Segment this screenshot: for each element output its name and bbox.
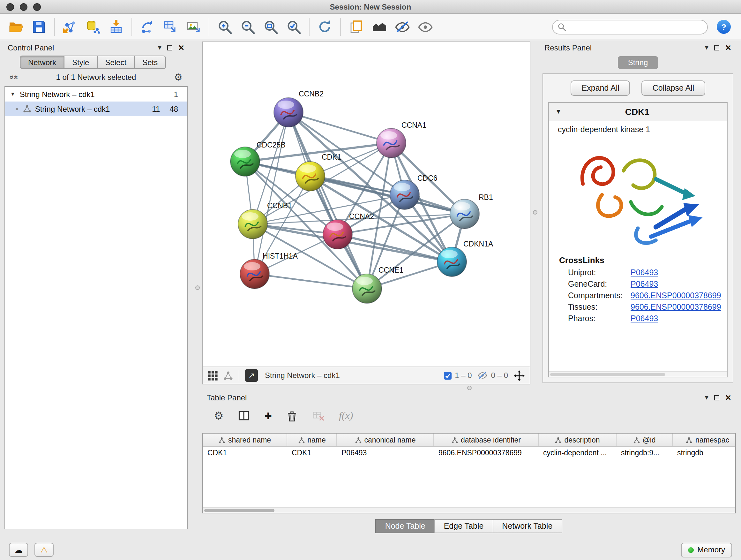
- tab-select[interactable]: Select: [97, 56, 135, 69]
- expander-icon[interactable]: ▼: [555, 109, 562, 115]
- column-header-name[interactable]: name: [287, 434, 337, 446]
- tab-network[interactable]: Network: [20, 56, 64, 69]
- panel-float-icon[interactable]: [714, 45, 719, 50]
- annotation-button[interactable]: [345, 17, 367, 37]
- add-column-button[interactable]: +: [265, 409, 272, 422]
- hide-selected-button[interactable]: [391, 17, 413, 37]
- import-table-button[interactable]: [105, 17, 127, 37]
- search-input[interactable]: [552, 19, 708, 34]
- network-node-CDKN1A[interactable]: CDKN1A: [437, 240, 493, 276]
- table-cell[interactable]: stringdb:9...: [616, 447, 673, 460]
- panel-close-icon[interactable]: ✕: [725, 44, 731, 51]
- help-button[interactable]: ?: [717, 20, 731, 34]
- column-header-@id[interactable]: @id: [616, 434, 673, 446]
- tab-sets[interactable]: Sets: [134, 56, 166, 69]
- panel-menu-icon[interactable]: ▾: [705, 394, 709, 401]
- function-builder-button[interactable]: f(x): [339, 410, 353, 422]
- table-cell[interactable]: P06493: [337, 447, 434, 460]
- import-network-from-database-button[interactable]: [82, 17, 104, 37]
- cloud-button[interactable]: ☁: [9, 543, 28, 557]
- home-button[interactable]: [368, 17, 390, 37]
- tab-node-table[interactable]: Node Table: [376, 519, 435, 533]
- window-minimize-button[interactable]: [20, 3, 27, 11]
- zoom-out-button[interactable]: [237, 17, 259, 37]
- crosslink-link[interactable]: P06493: [630, 268, 658, 277]
- expand-all-icon[interactable]: «: [12, 75, 20, 79]
- network-node-HIST1H1A[interactable]: HIST1H1A: [240, 252, 298, 289]
- show-columns-button[interactable]: [238, 409, 251, 422]
- zoom-selected-button[interactable]: [283, 17, 305, 37]
- table-cell[interactable]: CDK1: [287, 447, 337, 460]
- warnings-button[interactable]: ⚠: [35, 543, 54, 557]
- table-cell[interactable]: CDK1: [203, 447, 287, 460]
- column-header-shared-name[interactable]: shared name: [203, 434, 287, 446]
- results-horizontal-scrollbar[interactable]: [549, 371, 727, 377]
- protein-header-row[interactable]: ▼ CDK1: [549, 103, 727, 121]
- panel-menu-icon[interactable]: ▾: [158, 44, 161, 51]
- window-close-button[interactable]: [6, 3, 14, 11]
- open-session-button[interactable]: [5, 17, 27, 37]
- crosslink-link[interactable]: 9606.ENSP00000378699: [630, 291, 721, 300]
- network-edge[interactable]: [255, 112, 288, 274]
- network-collection-row[interactable]: ▼ String Network – cdk1 1: [5, 87, 187, 102]
- delete-table-button[interactable]: [312, 409, 325, 422]
- tab-edge-table[interactable]: Edge Table: [434, 519, 493, 533]
- panel-float-icon[interactable]: [714, 395, 719, 400]
- table-cell[interactable]: stringdb: [673, 447, 736, 460]
- tab-style[interactable]: Style: [64, 56, 97, 69]
- splitter-handle[interactable]: [195, 286, 200, 290]
- current-network-bullet-icon: ●: [15, 106, 18, 111]
- memory-button[interactable]: Memory: [681, 543, 732, 557]
- refresh-button[interactable]: [314, 17, 336, 37]
- crosslink-link[interactable]: 9606.ENSP00000378699: [630, 303, 721, 312]
- gear-icon[interactable]: ⚙: [174, 72, 183, 82]
- table-horizontal-scrollbar[interactable]: [203, 507, 735, 513]
- crosslink-link[interactable]: P06493: [630, 280, 658, 289]
- column-header-description[interactable]: description: [539, 434, 616, 446]
- column-header-database-identifier[interactable]: database identifier: [434, 434, 539, 446]
- table-cell[interactable]: 9606.ENSP00000378699: [434, 447, 539, 460]
- panel-close-icon[interactable]: ✕: [178, 44, 185, 51]
- table-options-button[interactable]: ⚙: [214, 410, 224, 421]
- network-share-icon[interactable]: [223, 371, 233, 380]
- pan-crosshair-icon[interactable]: [514, 370, 525, 381]
- panel-close-icon[interactable]: ✕: [725, 394, 731, 401]
- show-all-button[interactable]: [414, 17, 436, 37]
- collapse-all-button[interactable]: Collapse All: [642, 80, 705, 96]
- new-network-from-selection-button[interactable]: [137, 17, 158, 37]
- detach-view-button[interactable]: ↗: [245, 369, 258, 382]
- delete-column-button[interactable]: [286, 410, 298, 422]
- window-zoom-button[interactable]: [33, 3, 41, 11]
- tab-string[interactable]: String: [618, 56, 658, 69]
- network-node-CCNA1[interactable]: CCNA1: [377, 121, 426, 158]
- network-edge[interactable]: [255, 274, 367, 289]
- network-node-CDK1[interactable]: CDK1: [295, 153, 341, 191]
- panel-float-icon[interactable]: [167, 45, 172, 50]
- splitter-handle[interactable]: [467, 386, 472, 390]
- zoom-in-button[interactable]: [214, 17, 235, 37]
- scrollbar-thumb[interactable]: [204, 509, 274, 512]
- column-header-namespac[interactable]: namespac: [673, 434, 736, 446]
- network-row-selected[interactable]: ● String Network – cdk1 11 48: [5, 102, 187, 116]
- network-node-RB1[interactable]: RB1: [450, 193, 493, 229]
- network-canvas[interactable]: CCNB2CCNA1CDC25BCDK1CDC6RB1CCNB1CCNA2CDK…: [203, 42, 530, 367]
- import-network-from-file-button[interactable]: [59, 17, 81, 37]
- network-node-CDC6[interactable]: CDC6: [390, 174, 437, 209]
- expander-icon[interactable]: ▼: [10, 91, 15, 97]
- expand-all-button[interactable]: Expand All: [571, 80, 630, 96]
- tab-network-table[interactable]: Network Table: [492, 519, 562, 533]
- export-image-button[interactable]: [183, 17, 204, 37]
- birds-eye-view-icon[interactable]: [208, 371, 218, 380]
- splitter-handle[interactable]: [533, 210, 537, 214]
- zoom-fit-button[interactable]: [260, 17, 281, 37]
- table-cell[interactable]: cyclin-dependent ...: [539, 447, 616, 460]
- panel-menu-icon[interactable]: ▾: [705, 44, 709, 51]
- table-row[interactable]: CDK1CDK1P064939606.ENSP00000378699cyclin…: [203, 447, 735, 460]
- network-node-CCNB1[interactable]: CCNB1: [238, 201, 292, 239]
- network-edge[interactable]: [288, 112, 367, 289]
- protein-structure-image: [566, 137, 710, 252]
- crosslink-link[interactable]: P06493: [630, 314, 658, 323]
- save-session-button[interactable]: [28, 17, 50, 37]
- column-header-canonical-name[interactable]: canonical name: [337, 434, 434, 446]
- network-to-table-button[interactable]: [159, 17, 181, 37]
